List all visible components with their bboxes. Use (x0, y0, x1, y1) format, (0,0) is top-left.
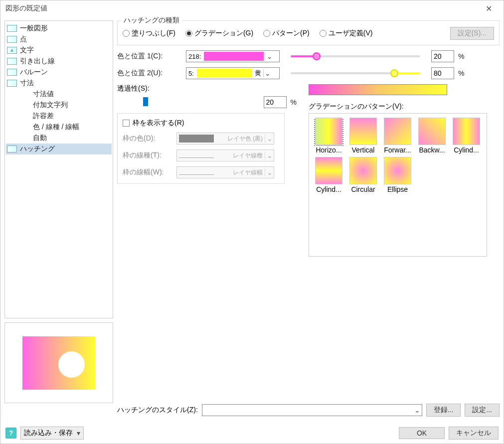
pattern-swatch (384, 118, 411, 145)
left-column: 一般図形 点 A文字 引き出し線 バルーン 寸法 寸法値 付加文字列 許容差 色… (4, 20, 113, 419)
frame-line-row: 枠の線種(T): レイヤ線種 ⌄ (123, 149, 279, 161)
gradient-pattern-list[interactable]: Horizo... Vertical Forwar... Backw... Cy… (309, 113, 487, 257)
color1-thumb[interactable] (313, 52, 321, 60)
color1-slider[interactable] (291, 55, 420, 57)
tree-label: 一般図形 (20, 24, 48, 33)
pattern-horizontal[interactable]: Horizo... (313, 118, 344, 154)
pattern-swatch (315, 118, 342, 145)
tree-item-point[interactable]: 点 (6, 34, 112, 45)
tree-item-dim-tolerance[interactable]: 許容差 (6, 111, 112, 122)
pattern-cylinder-h[interactable]: Cylind... (451, 118, 482, 154)
tree-item-leader[interactable]: 引き出し線 (6, 56, 112, 67)
color2-combo[interactable]: 5: 黄 ⌄ (186, 67, 280, 79)
color1-combo[interactable]: 218: ⌄ (186, 50, 280, 62)
pattern-forward[interactable]: Forwar... (382, 118, 413, 154)
radio-pattern[interactable]: パターン(P) (263, 29, 310, 38)
color2-value: 5: (186, 70, 196, 77)
radio-gradient[interactable]: グラデーション(G) (185, 29, 253, 38)
transparency-input[interactable] (264, 96, 287, 108)
percent-label: % (458, 52, 464, 60)
radio-fill[interactable]: 塗りつぶし(F) (123, 29, 175, 38)
transparency-slider[interactable] (117, 97, 260, 107)
gradient-right: グラデーションのパターン(V): Horizo... Vertical Forw… (309, 84, 487, 257)
radio-user[interactable]: ユーザ定義(V) (320, 29, 373, 38)
pattern-label: Ellipse (387, 185, 408, 193)
color1-row: 色と位置 1(C): 218: ⌄ % (117, 50, 500, 62)
chevron-down-icon: ⌄ (265, 151, 274, 159)
tree-label: 色 / 線種 / 線幅 (33, 123, 79, 132)
preview-panel (4, 322, 113, 403)
pattern-cylinder-v[interactable]: Cylind... (313, 157, 344, 193)
chevron-down-icon: ⌄ (265, 135, 274, 143)
tree-item-general[interactable]: 一般図形 (6, 23, 112, 34)
pattern-ellipse[interactable]: Ellipse (382, 157, 413, 193)
color1-input[interactable] (431, 50, 454, 62)
tree-item-hatching[interactable]: ハッチング (6, 144, 112, 154)
radio-label: パターン(P) (272, 29, 310, 38)
frame-line-swatch (179, 157, 214, 158)
titlebar: 図形の既定値 ✕ (0, 0, 504, 16)
color2-row: 色と位置 2(U): 5: 黄 ⌄ % (117, 67, 500, 79)
pattern-backward[interactable]: Backw... (416, 118, 448, 154)
frame-line-value: レイヤ線種 (216, 151, 265, 160)
pattern-label: Cylind... (316, 185, 341, 193)
close-icon[interactable]: ✕ (479, 4, 499, 13)
tree-icon (7, 25, 17, 32)
help-icon[interactable]: ? (5, 428, 16, 439)
color2-slider[interactable] (291, 72, 420, 74)
tree-label: バルーン (20, 68, 48, 77)
ok-button[interactable]: OK (399, 427, 445, 439)
tree-icon (7, 69, 17, 76)
category-tree[interactable]: 一般図形 点 A文字 引き出し線 バルーン 寸法 寸法値 付加文字列 許容差 色… (4, 20, 113, 318)
color2-thumb[interactable] (390, 69, 398, 77)
tree-item-text[interactable]: A文字 (6, 45, 112, 56)
tree-label: 自動 (33, 134, 47, 143)
frame-group: 枠を表示する(R) 枠の色(D): レイヤ色 (黒) ⌄ 枠の線種(T): (117, 113, 285, 184)
tree-item-dim-value[interactable]: 寸法値 (6, 89, 112, 100)
chevron-down-icon: ⌄ (263, 69, 272, 77)
transparency-thumb[interactable] (143, 97, 148, 106)
tree-icon (7, 146, 17, 152)
cancel-button[interactable]: キャンセル (449, 427, 499, 440)
show-frame-label: 枠を表示する(R) (133, 119, 184, 128)
hatch-type-legend: ハッチングの種類 (122, 16, 181, 25)
tree-item-dim-auto[interactable]: 自動 (6, 133, 112, 144)
frame-color-label: 枠の色(D): (123, 134, 172, 143)
percent-label: % (458, 69, 464, 77)
tree-icon (7, 58, 17, 65)
frame-line-combo: レイヤ線種 ⌄ (176, 149, 274, 161)
color2-input[interactable] (431, 67, 454, 79)
style-combo[interactable]: ⌄ (202, 404, 422, 416)
tree-icon: A (7, 47, 17, 54)
load-save-dropdown[interactable]: 読み込み・保存 ▾ (20, 427, 84, 440)
style-settings-button[interactable]: 設定... (465, 404, 500, 417)
pattern-label: Circular (351, 185, 375, 193)
pattern-swatch (349, 157, 377, 184)
tree-item-dim-extra[interactable]: 付加文字列 (6, 100, 112, 111)
frame-width-row: 枠の線幅(W): レイヤ線幅 ⌄ (123, 166, 279, 178)
pattern-vertical[interactable]: Vertical (347, 118, 379, 154)
gradient-pattern-label: グラデーションのパターン(V): (309, 102, 487, 111)
radio-label: ユーザ定義(V) (329, 29, 373, 38)
percent-label: % (291, 98, 297, 106)
pattern-circular[interactable]: Circular (347, 157, 379, 193)
register-button[interactable]: 登録... (426, 404, 461, 417)
load-save-label: 読み込み・保存 (24, 429, 73, 438)
frame-color-combo: レイヤ色 (黒) ⌄ (176, 133, 274, 145)
pattern-swatch (418, 118, 446, 145)
hatch-type-radios: 塗りつぶし(F) グラデーション(G) パターン(P) ユーザ定義(V) 設定(… (123, 27, 494, 40)
frame-width-label: 枠の線幅(W): (123, 168, 172, 177)
tree-item-dim-color[interactable]: 色 / 線種 / 線幅 (6, 122, 112, 133)
pattern-label: Cylind... (454, 146, 479, 154)
pattern-swatch (384, 157, 411, 184)
dialog-body: 一般図形 点 A文字 引き出し線 バルーン 寸法 寸法値 付加文字列 許容差 色… (0, 16, 504, 423)
frame-width-value: レイヤ線幅 (216, 168, 265, 177)
show-frame-checkbox[interactable]: 枠を表示する(R) (123, 119, 279, 128)
radio-label: 塗りつぶし(F) (132, 29, 175, 38)
hatch-settings-button[interactable]: 設定(S)... (450, 27, 494, 40)
tree-item-dimension[interactable]: 寸法 (6, 78, 112, 89)
pattern-swatch (349, 118, 377, 145)
tree-item-balloon[interactable]: バルーン (6, 67, 112, 78)
radio-dot (263, 30, 270, 37)
color1-label: 色と位置 1(C): (117, 52, 182, 61)
